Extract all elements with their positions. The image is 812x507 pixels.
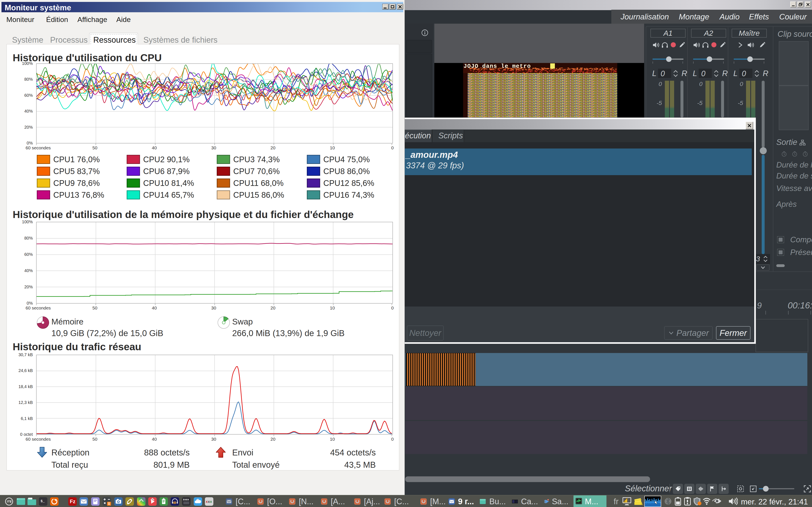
- svg-text:Fz: Fz: [70, 499, 75, 504]
- svg-text:x: x: [206, 500, 208, 504]
- svg-text:$_: $_: [41, 499, 45, 503]
- svg-text:x: x: [208, 500, 210, 504]
- svg-text:x: x: [210, 500, 212, 504]
- svg-text:JOJO dans le metro: JOJO dans le metro: [463, 63, 531, 69]
